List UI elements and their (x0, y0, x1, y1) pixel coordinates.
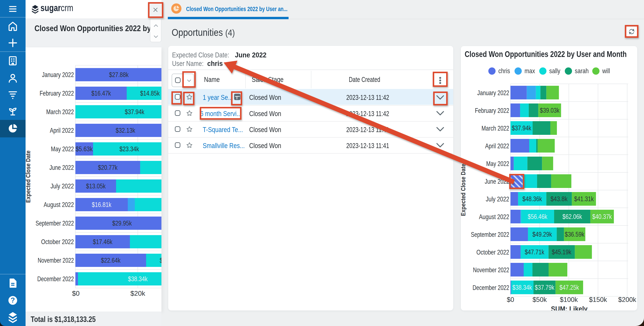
svg-text:$62.06k: $62.06k (562, 213, 582, 220)
svg-text:December 2022: December 2022 (37, 275, 74, 283)
svg-text:Expected Close Date: Expected Close Date (26, 151, 32, 203)
svg-text:September 2022: September 2022 (471, 231, 509, 238)
svg-text:$37.94k: $37.94k (512, 124, 531, 132)
svg-text:March 2022: March 2022 (482, 125, 509, 132)
svg-text:$41.31k: $41.31k (574, 195, 594, 203)
svg-text:$23.34k: $23.34k (120, 145, 139, 153)
svg-text:August 2022: August 2022 (479, 213, 509, 221)
svg-text:$0: $0 (72, 289, 80, 297)
svg-text:$17.46k: $17.46k (93, 238, 112, 246)
svg-text:$13.05k: $13.05k (86, 183, 106, 190)
svg-text:$0: $0 (507, 296, 514, 303)
svg-text:February 2022: February 2022 (475, 107, 509, 114)
svg-text:$27.88k: $27.88k (109, 71, 129, 79)
svg-text:February 2022: February 2022 (40, 90, 74, 97)
svg-text:$5.63k: $5.63k (76, 145, 93, 153)
svg-text:$40.37k: $40.37k (592, 213, 612, 220)
svg-text:$38.34k: $38.34k (128, 275, 148, 283)
svg-text:April 2022: April 2022 (50, 127, 74, 134)
svg-text:January 2022: January 2022 (42, 71, 74, 79)
svg-text:$16.47k: $16.47k (91, 90, 111, 97)
svg-text:$37.94k: $37.94k (125, 108, 144, 116)
svg-text:$150k: $150k (589, 296, 607, 303)
svg-text:October 2022: October 2022 (476, 249, 509, 256)
svg-text:March 2022: March 2022 (46, 108, 74, 116)
svg-text:November 2022: November 2022 (38, 257, 74, 264)
svg-text:SUM: Likely: SUM: Likely (551, 305, 588, 310)
svg-text:August 2022: August 2022 (44, 201, 74, 208)
svg-text:November 2022: November 2022 (473, 266, 509, 274)
svg-text:May 2022: May 2022 (51, 145, 74, 153)
svg-text:June 2022: June 2022 (485, 178, 509, 185)
svg-text:$16.81k: $16.81k (92, 201, 112, 208)
svg-text:April 2022: April 2022 (485, 142, 509, 150)
svg-text:September 2022: September 2022 (36, 220, 74, 227)
svg-text:$49.29k: $49.29k (532, 231, 552, 238)
svg-text:July 2022: July 2022 (486, 196, 509, 203)
svg-text:$45.19k: $45.19k (552, 248, 572, 256)
svg-text:July 2022: July 2022 (50, 183, 74, 190)
svg-text:$50k: $50k (532, 296, 547, 303)
svg-text:$47.71k: $47.71k (525, 248, 544, 256)
svg-text:$20k: $20k (130, 289, 145, 297)
svg-text:$14.85k: $14.85k (140, 90, 160, 97)
svg-text:$47.25k: $47.25k (560, 284, 579, 291)
svg-text:January 2022: January 2022 (477, 89, 509, 97)
svg-text:$36.59k: $36.59k (565, 231, 584, 238)
svg-text:May 2022: May 2022 (486, 160, 509, 168)
svg-text:$48.36k: $48.36k (522, 195, 542, 203)
svg-text:$43.8k: $43.8k (550, 195, 568, 203)
svg-text:$100k: $100k (560, 296, 578, 303)
svg-text:$200k: $200k (618, 296, 636, 303)
svg-text:October 2022: October 2022 (41, 238, 74, 246)
svg-text:$56.46k: $56.46k (528, 213, 547, 220)
svg-text:$29.95k: $29.95k (112, 220, 132, 227)
svg-text:?: ? (11, 296, 15, 304)
svg-text:$20.77k: $20.77k (98, 164, 118, 171)
svg-text:$39.03k: $39.03k (540, 107, 560, 114)
svg-text:December 2022: December 2022 (472, 284, 509, 291)
svg-text:$14.97k: $14.97k (160, 257, 162, 264)
svg-text:$38.34k: $38.34k (512, 284, 532, 291)
svg-text:$37.79k: $37.79k (535, 284, 554, 291)
svg-text:Expected Close Date: Expected Close Date (461, 164, 466, 216)
svg-text:$22.64k: $22.64k (101, 257, 120, 264)
svg-text:$32.13k: $32.13k (116, 127, 135, 134)
svg-text:June 2022: June 2022 (50, 164, 74, 171)
